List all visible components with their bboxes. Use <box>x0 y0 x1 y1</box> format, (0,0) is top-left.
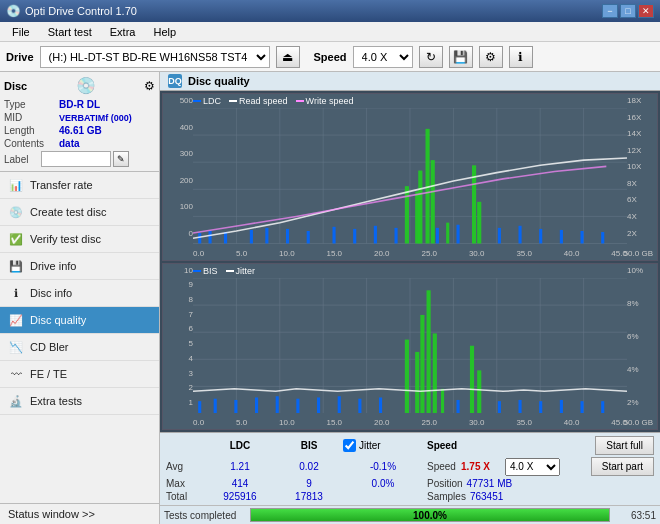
ldc-chart-legend: LDC Read speed Write speed <box>193 96 353 106</box>
status-window-button[interactable]: Status window >> <box>0 503 159 524</box>
stats-totals-row2: Total 925916 17813 Samples 763451 <box>166 491 654 502</box>
svg-rect-74 <box>379 397 382 413</box>
ldc-header: LDC <box>205 440 275 451</box>
progress-text: 100.0% <box>251 509 609 523</box>
avg-jitter: -0.1% <box>343 461 423 472</box>
sidebar-item-cd-bler[interactable]: 📉 CD Bler <box>0 334 159 361</box>
bis-chart-svg <box>193 278 627 414</box>
sidebar-item-drive-info[interactable]: 💾 Drive info <box>0 253 159 280</box>
settings-button[interactable]: ⚙ <box>479 46 503 68</box>
transfer-rate-icon: 📊 <box>8 177 24 193</box>
svg-rect-58 <box>214 398 217 413</box>
menu-start-test[interactable]: Start test <box>40 24 100 40</box>
total-bis: 17813 <box>279 491 339 502</box>
speed-label: Speed <box>314 51 347 63</box>
speed-value: 1.75 X <box>461 461 501 472</box>
disc-section-label: Disc <box>4 80 27 92</box>
stats-totals-row: Max 414 9 0.0% Position 47731 MB <box>166 478 654 489</box>
ldc-y-axis-left: 500 400 300 200 100 0 <box>165 94 193 240</box>
svg-rect-31 <box>436 228 439 244</box>
eject-button[interactable]: ⏏ <box>276 46 300 68</box>
disc-quality-icon: 📈 <box>8 312 24 328</box>
app-title: Opti Drive Control 1.70 <box>25 5 137 17</box>
svg-rect-64 <box>415 351 419 413</box>
speed-select-dropdown[interactable]: 4.0 X <box>505 458 560 476</box>
minimize-button[interactable]: − <box>602 4 618 18</box>
svg-rect-73 <box>358 398 361 413</box>
start-part-button[interactable]: Start part <box>591 457 654 476</box>
title-bar: 💿 Opti Drive Control 1.70 − □ ✕ <box>0 0 660 22</box>
svg-rect-79 <box>560 399 563 413</box>
ldc-x-axis: 0.0 5.0 10.0 15.0 20.0 25.0 30.0 35.0 40… <box>193 249 627 258</box>
avg-ldc: 1.21 <box>205 461 275 472</box>
cd-bler-icon: 📉 <box>8 339 24 355</box>
sidebar-item-fe-te[interactable]: 〰 FE / TE <box>0 361 159 388</box>
svg-rect-18 <box>250 230 253 244</box>
sidebar-item-extra-tests[interactable]: 🔬 Extra tests <box>0 388 159 415</box>
drive-select[interactable]: (H:) HL-DT-ST BD-RE WH16NS58 TST4 <box>40 46 270 68</box>
bottom-bar: Tests completed 100.0% 63:51 <box>160 505 660 524</box>
svg-rect-23 <box>353 229 356 244</box>
sidebar-item-create-test-disc[interactable]: 💿 Create test disc <box>0 199 159 226</box>
start-part-button-container: Start part <box>591 457 654 476</box>
drive-label: Drive <box>6 51 34 63</box>
label-input-field[interactable] <box>41 151 111 167</box>
svg-rect-57 <box>198 401 201 413</box>
sidebar-item-verify-test-disc[interactable]: ✅ Verify test disc <box>0 226 159 253</box>
close-button[interactable]: ✕ <box>638 4 654 18</box>
sidebar-item-transfer-rate[interactable]: 📊 Transfer rate <box>0 172 159 199</box>
read-speed-dot <box>229 100 237 102</box>
menu-help[interactable]: Help <box>145 24 184 40</box>
fe-te-label: FE / TE <box>30 368 67 380</box>
menu-extra[interactable]: Extra <box>102 24 144 40</box>
jitter-checkbox[interactable] <box>343 439 356 452</box>
start-full-button[interactable]: Start full <box>595 436 654 455</box>
svg-rect-22 <box>333 227 336 244</box>
svg-rect-71 <box>317 397 320 413</box>
extra-tests-icon: 🔬 <box>8 393 24 409</box>
svg-rect-59 <box>234 399 237 413</box>
transfer-rate-label: Transfer rate <box>30 179 93 191</box>
disc-quality-header: DQ Disc quality <box>160 72 660 91</box>
title-bar-controls: − □ ✕ <box>602 4 654 18</box>
maximize-button[interactable]: □ <box>620 4 636 18</box>
drive-toolbar: Drive (H:) HL-DT-ST BD-RE WH16NS58 TST4 … <box>0 42 660 72</box>
svg-rect-63 <box>405 339 409 413</box>
sidebar-item-disc-info[interactable]: ℹ Disc info <box>0 280 159 307</box>
jitter-checkbox-group: Jitter <box>343 439 423 452</box>
refresh-button[interactable]: ↻ <box>419 46 443 68</box>
svg-rect-20 <box>286 229 289 244</box>
sidebar-item-disc-quality[interactable]: 📈 Disc quality <box>0 307 159 334</box>
speed-key: Speed <box>427 461 457 472</box>
svg-rect-37 <box>519 226 522 244</box>
total-label: Total <box>166 491 201 502</box>
verify-test-disc-icon: ✅ <box>8 231 24 247</box>
svg-rect-21 <box>307 231 310 244</box>
sidebar: Disc 💿 ⚙ Type BD-R DL MID VERBATIMf (000… <box>0 72 160 524</box>
disc-quality-header-icon: DQ <box>168 74 182 88</box>
save-button[interactable]: 💾 <box>449 46 473 68</box>
speed-header: Speed <box>427 440 482 451</box>
main-layout: Disc 💿 ⚙ Type BD-R DL MID VERBATIMf (000… <box>0 72 660 524</box>
disc-mid-row: MID VERBATIMf (000) <box>4 112 155 123</box>
svg-rect-16 <box>209 231 212 244</box>
svg-rect-81 <box>601 401 604 413</box>
svg-rect-61 <box>276 396 279 413</box>
drive-info-icon: 💾 <box>8 258 24 274</box>
disc-quality-title: Disc quality <box>188 75 250 87</box>
drive-info-label: Drive info <box>30 260 76 272</box>
svg-rect-25 <box>395 228 398 244</box>
disc-type-row: Type BD-R DL <box>4 99 155 110</box>
svg-rect-70 <box>477 370 481 413</box>
bis-x-unit: 50.0 GB <box>624 418 653 427</box>
jitter-check-label: Jitter <box>359 440 381 451</box>
total-ldc: 925916 <box>205 491 275 502</box>
time-text: 63:51 <box>616 510 656 521</box>
menu-file[interactable]: File <box>4 24 38 40</box>
disc-settings-icon[interactable]: ⚙ <box>144 79 155 93</box>
speed-select[interactable]: 4.0 X <box>353 46 413 68</box>
disc-contents-row: Contents data <box>4 138 155 149</box>
info-button[interactable]: ℹ <box>509 46 533 68</box>
label-action-button[interactable]: ✎ <box>113 151 129 167</box>
verify-test-disc-label: Verify test disc <box>30 233 101 245</box>
